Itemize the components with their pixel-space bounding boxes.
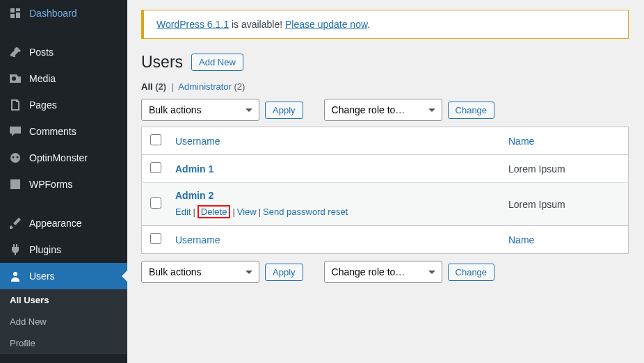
wpforms-icon [8, 177, 22, 191]
users-icon [8, 269, 22, 283]
svg-point-0 [10, 153, 20, 163]
dashboard-icon [8, 6, 22, 20]
change-button-bottom[interactable]: Change [448, 264, 495, 281]
sidebar-item-users[interactable]: Users [0, 263, 127, 289]
media-icon [8, 72, 22, 86]
users-table: Username Name Admin 1 Lorem Ipsum Admin … [141, 127, 629, 254]
col-username-foot[interactable]: Username [168, 226, 501, 254]
sidebar-item-appearance[interactable]: Appearance [0, 210, 127, 236]
view-link[interactable]: View [237, 207, 257, 217]
submenu-all-users[interactable]: All Users [0, 289, 127, 311]
sidebar-item-plugins[interactable]: Plugins [0, 236, 127, 263]
update-notice: WordPress 6.1.1 is available! Please upd… [141, 10, 629, 39]
submenu-add-new[interactable]: Add New [0, 311, 127, 332]
change-role-select[interactable]: Change role to… [324, 99, 442, 121]
apply-button[interactable]: Apply [265, 102, 303, 119]
svg-point-1 [13, 156, 15, 159]
page-title: Users [141, 53, 183, 72]
sidebar-item-pages[interactable]: Pages [0, 92, 127, 118]
sidebar-item-label: OptinMonster [29, 152, 88, 163]
sidebar-item-label: Users [29, 271, 55, 282]
filter-all[interactable]: All (2) [141, 81, 166, 92]
select-all-bottom[interactable] [150, 233, 161, 244]
svg-point-3 [13, 272, 17, 276]
sidebar-item-label: Pages [29, 99, 57, 111]
sidebar-item-optinmonster[interactable]: OptinMonster [0, 145, 127, 171]
delete-link[interactable]: Delete [201, 207, 227, 217]
row-checkbox[interactable] [150, 162, 161, 173]
user-link[interactable]: Admin 2 [175, 190, 214, 201]
optinmonster-icon [8, 151, 22, 165]
col-username[interactable]: Username [168, 127, 501, 155]
sidebar-item-label: Posts [29, 47, 54, 58]
table-row: Admin 2 Edit|Delete|View|Send password r… [142, 183, 629, 226]
row-checkbox[interactable] [150, 197, 161, 209]
plug-icon [8, 243, 22, 257]
table-row: Admin 1 Lorem Ipsum [142, 155, 629, 183]
sidebar-item-label: Comments [29, 126, 77, 137]
update-now-link[interactable]: Please update now [285, 19, 367, 30]
apply-button-bottom[interactable]: Apply [265, 264, 303, 281]
change-button[interactable]: Change [448, 102, 495, 119]
filter-links: All (2) | Administrator (2) [141, 81, 629, 92]
wp-version-link[interactable]: WordPress 6.1.1 [156, 19, 229, 30]
admin-sidebar: Dashboard Posts Media Pages Comments Opt… [0, 0, 127, 363]
notice-suffix: . [367, 19, 370, 30]
change-role-select-bottom[interactable]: Change role to… [324, 261, 442, 283]
comments-icon [8, 124, 22, 138]
sidebar-item-label: WPForms [29, 179, 72, 190]
brush-icon [8, 216, 22, 230]
svg-point-2 [17, 156, 19, 159]
user-name: Lorem Ipsum [501, 155, 629, 183]
sidebar-item-label: Plugins [29, 244, 61, 255]
tablenav-top: Bulk actions Apply Change role to… Chang… [141, 99, 629, 121]
send-password-reset-link[interactable]: Send password reset [263, 207, 348, 217]
col-name[interactable]: Name [501, 127, 629, 155]
users-submenu: All Users Add New Profile [0, 289, 127, 354]
submenu-profile[interactable]: Profile [0, 332, 127, 354]
pin-icon [8, 45, 22, 59]
col-name-foot[interactable]: Name [501, 226, 629, 254]
tablenav-bottom: Bulk actions Apply Change role to… Chang… [141, 261, 629, 283]
sidebar-item-label: Appearance [29, 218, 82, 229]
bulk-actions-select-bottom[interactable]: Bulk actions [141, 261, 259, 283]
sidebar-item-wpforms[interactable]: WPForms [0, 171, 127, 197]
filter-administrator[interactable]: Administrator (2) [178, 81, 245, 92]
sidebar-item-label: Media [29, 73, 56, 84]
edit-link[interactable]: Edit [175, 207, 191, 217]
main-content: WordPress 6.1.1 is available! Please upd… [127, 0, 644, 363]
notice-text: is available! [229, 19, 285, 30]
bulk-actions-select[interactable]: Bulk actions [141, 99, 259, 121]
user-name: Lorem Ipsum [501, 183, 629, 226]
user-link[interactable]: Admin 1 [175, 163, 214, 175]
add-new-button[interactable]: Add New [191, 54, 243, 71]
sidebar-item-posts[interactable]: Posts [0, 39, 127, 65]
select-all-top[interactable] [150, 134, 161, 145]
row-actions: Edit|Delete|View|Send password reset [175, 205, 494, 218]
sidebar-item-media[interactable]: Media [0, 65, 127, 92]
sidebar-item-comments[interactable]: Comments [0, 118, 127, 145]
sidebar-item-dashboard[interactable]: Dashboard [0, 0, 127, 26]
sidebar-item-label: Dashboard [29, 8, 77, 19]
page-icon [8, 98, 22, 112]
